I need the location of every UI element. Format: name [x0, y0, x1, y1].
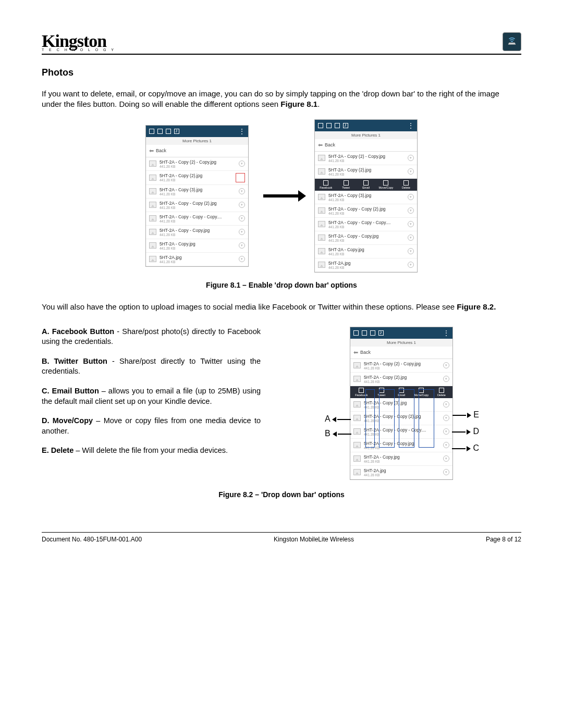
chevron-down-icon[interactable]: ▾ [239, 188, 245, 194]
list-item[interactable]: 5HT-2A - Copy - Copy (2).jpg 441.28 KB ▾ [315, 204, 417, 218]
list-item[interactable]: 5HT-2A - Copy - Copy - Copy.... 441.28 K… [146, 212, 248, 226]
action-tweet[interactable]: Tweet [336, 180, 356, 189]
list-item[interactable]: 5HT-2A - Copy (2).jpg 441.28 KB ▾ [315, 165, 417, 179]
file-size: 441.28 KB [364, 380, 440, 384]
kingston-logo: Kingston T E C H N O L O G Y [42, 31, 116, 52]
file-name: 5HT-2A.jpg [328, 261, 405, 266]
options-list: A. Facebook Button - Share/post photo(s)… [42, 327, 261, 465]
para2: You will also have the option to upload … [42, 302, 521, 312]
back-button[interactable]: ⬅ Back [315, 139, 417, 152]
list-item[interactable]: 5HT-2A - Copy - Copy.jpg 441.28 KB ▾ [146, 226, 248, 239]
file-size: 441.28 KB [328, 266, 405, 269]
chevron-down-icon[interactable]: ▾ [239, 256, 245, 262]
chevron-down-icon[interactable]: ▾ [239, 215, 245, 221]
chevron-down-icon[interactable]: ▾ [408, 168, 414, 175]
list-item[interactable]: 5HT-2A - Copy (3).jpg 441.28 KB ▾ [146, 185, 248, 199]
list-item[interactable]: 5HT-2A - Copy (2) - Copy.jpg 441.28 KB ▾ [315, 152, 417, 165]
file-info: 5HT-2A - Copy (2) - Copy.jpg 441.28 KB [328, 154, 405, 163]
thumb-icon [149, 175, 156, 181]
annot-d: D [452, 427, 479, 436]
list-item[interactable]: 5HT-2A.jpg 441.28 KB ▾ [146, 253, 248, 266]
file-size: 441.28 KB [328, 198, 405, 202]
menu-icon: ⋮ [239, 128, 245, 135]
file-name: 5HT-2A - Copy - Copy - Copy.... [328, 220, 405, 225]
file-info: 5HT-2A.jpg 441.28 KB [328, 261, 405, 269]
photo-icon [157, 129, 163, 134]
file-size: 441.28 KB [160, 192, 236, 196]
list-item[interactable]: 5HT-2A - Copy.jpg 441.28 KB ▾ [350, 452, 452, 466]
list-item[interactable]: 5HT-2A - Copy (2) - Copy.jpg 441.28 KB ▾ [350, 359, 452, 373]
chevron-down-icon[interactable]: ▾ [443, 428, 449, 435]
file-size: 441.28 KB [328, 172, 405, 176]
chevron-down-icon[interactable]: ▾ [443, 362, 449, 368]
back-button[interactable]: ⬅ Back [350, 347, 452, 359]
annot-e: E [452, 410, 479, 419]
chevron-down-icon[interactable]: ▾ [443, 442, 449, 448]
list-item[interactable]: 5HT-2A - Copy - Copy.jpg 441.28 KB ▾ [315, 231, 417, 245]
thumb-icon [353, 455, 361, 462]
footer-center: Kingston MobileLite Wireless [274, 536, 354, 543]
list-item[interactable]: 5HT-2A - Copy.jpg 441.28 KB ▾ [315, 245, 417, 258]
file-info: 5HT-2A - Copy (2) - Copy.jpg 441.28 KB [160, 159, 236, 168]
annot-a-label: A [325, 414, 330, 423]
chevron-down-icon[interactable]: ▾ [239, 161, 245, 167]
chevron-down-icon[interactable]: ▾ [443, 455, 449, 462]
chevron-down-icon[interactable]: ▾ [408, 155, 414, 161]
action-delete[interactable]: Delete [396, 180, 416, 189]
list-item[interactable]: 5HT-2A.jpg 441.28 KB ▾ [315, 258, 417, 272]
chevron-down-icon[interactable]: ▾ [443, 415, 449, 421]
opt-e-desc: – Will delete the file from your media d… [74, 446, 228, 454]
phone-topbar: ⋮ [146, 126, 248, 137]
list-item[interactable]: 5HT-2A - Copy (2) - Copy.jpg 441.28 KB ▾ [146, 157, 248, 171]
overlay-col-a [365, 389, 375, 448]
list-item[interactable]: 5HT-2A - Copy (3).jpg 441.28 KB ▾ [315, 191, 417, 204]
action-facebook[interactable]: Facebook [316, 180, 336, 189]
page-footer: Document No. 480-15FUM-001.A00 Kingston … [42, 532, 521, 543]
list-item[interactable]: 5HT-2A - Copy.jpg 441.28 KB ▾ [146, 239, 248, 253]
intro-text: If you want to delete, email, or copy/mo… [42, 89, 499, 108]
page-header: Kingston T E C H N O L O G Y [42, 31, 521, 55]
list-item[interactable]: 5HT-2A - Copy (2).jpg 441.28 KB ▾ [350, 373, 452, 386]
chevron-down-icon[interactable]: ▾ [443, 469, 449, 475]
chevron-down-icon[interactable]: ▾ [239, 202, 245, 208]
back-arrow-icon: ⬅ [353, 349, 358, 356]
file-name: 5HT-2A - Copy (2).jpg [328, 167, 405, 172]
back-button[interactable]: ⬅ Back [146, 145, 248, 157]
list-item[interactable]: 5HT-2A - Copy - Copy - Copy.... 441.28 K… [315, 218, 417, 231]
thumb-icon [149, 229, 156, 235]
doc-icon [149, 129, 154, 134]
file-name: 5HT-2A - Copy - Copy - Copy.... [160, 214, 236, 219]
music-icon [174, 129, 179, 134]
action-movecopy[interactable]: Move/Copy [376, 180, 396, 189]
annot-c: C [452, 443, 479, 453]
chevron-down-icon[interactable]: ▾ [408, 194, 414, 200]
file-info: 5HT-2A - Copy.jpg 441.28 KB [364, 454, 440, 463]
action-delete[interactable]: Delete [432, 388, 451, 397]
file-size: 441.28 KB [328, 159, 405, 163]
chevron-down-icon[interactable]: ▾ [239, 229, 245, 235]
chevron-down-icon[interactable]: ▾ [408, 235, 414, 241]
chevron-down-icon[interactable]: ▾ [408, 207, 414, 214]
thumb-icon [353, 401, 361, 408]
chevron-down-icon[interactable]: ▾ [408, 248, 414, 254]
folder-title: More Pictures 1 [146, 137, 248, 145]
thumb-icon [318, 235, 325, 241]
chevron-down-icon[interactable]: ▾ [443, 376, 449, 382]
chevron-down-icon[interactable]: ▾ [408, 262, 414, 268]
file-name: 5HT-2A - Copy - Copy.jpg [328, 233, 405, 239]
chevron-down-icon[interactable]: ▾ [408, 221, 414, 227]
file-size: 441.28 KB [328, 239, 405, 242]
chevron-down-icon[interactable]: ▾ [443, 401, 449, 408]
list-item[interactable]: 5HT-2A - Copy (2).jpg 441.28 KB [146, 171, 248, 185]
app-icon [503, 32, 521, 51]
thumb-icon [353, 415, 361, 421]
list-item[interactable]: 5HT-2A.jpg 441.28 KB ▾ [350, 466, 452, 479]
photo-icon [362, 330, 367, 336]
opt-b-title: B. Twitter Button [42, 357, 107, 365]
list-item[interactable]: 5HT-2A - Copy - Copy (2).jpg 441.28 KB ▾ [146, 199, 248, 212]
action-email[interactable]: Email [356, 180, 376, 189]
thumb-icon [353, 362, 361, 368]
opt-a-title: A. Facebook Button [42, 327, 114, 336]
file-size: 441.28 KB [364, 473, 440, 477]
chevron-down-icon[interactable]: ▾ [239, 242, 245, 249]
